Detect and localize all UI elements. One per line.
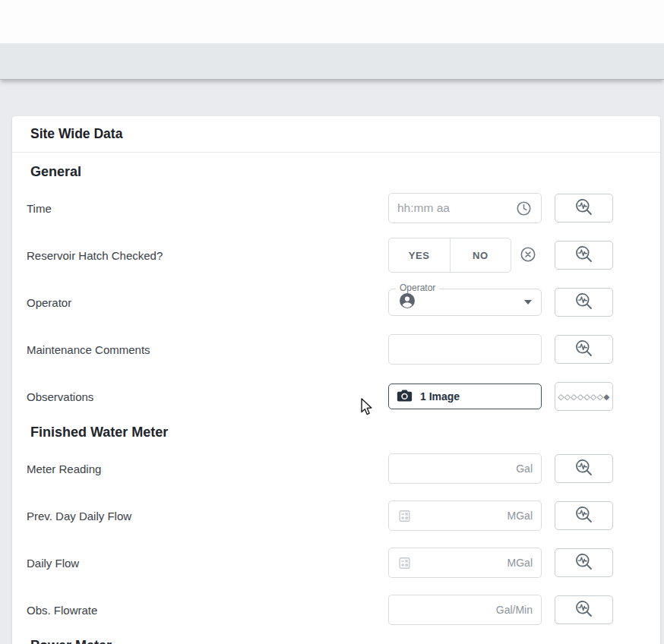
- field-label-daily-flow: Daily Flow: [27, 557, 388, 570]
- card-header: Site Wide Data: [12, 116, 660, 153]
- obs-flowrate-input[interactable]: Gal/Min: [388, 595, 542, 625]
- unit-label: MGal: [507, 557, 533, 569]
- section-title-general: General: [30, 163, 642, 181]
- operator-floating-label: Operator: [396, 283, 439, 293]
- mouse-cursor: [360, 398, 374, 419]
- field-label-maintenance-comments: Maintenance Comments: [27, 343, 388, 356]
- daily-flow-input[interactable]: MGal: [388, 548, 542, 578]
- trend-history-button[interactable]: [555, 241, 613, 270]
- prev-day-daily-flow-input[interactable]: MGal: [388, 500, 542, 531]
- form-row-maintenance-comments: Maintenance Comments: [12, 326, 660, 373]
- trend-search-icon: [574, 598, 594, 621]
- form-row-daily-flow: Daily Flow MGal: [12, 539, 660, 586]
- form-row-meter-reading: Meter Reading Gal: [12, 445, 660, 492]
- no-button[interactable]: NO: [450, 238, 511, 272]
- field-label-time: Time: [27, 202, 388, 215]
- form-row-operator: Operator Operator: [12, 279, 660, 326]
- field-label-operator: Operator: [27, 296, 388, 309]
- trend-search-icon: [574, 338, 594, 361]
- form-row-prev-day-daily-flow: Prev. Day Daily Flow MGal: [12, 492, 660, 539]
- toolbar-band: [0, 43, 664, 80]
- field-label-prev-day-daily-flow: Prev. Day Daily Flow: [27, 510, 388, 522]
- trend-history-button[interactable]: [555, 288, 613, 317]
- page-title: Site Wide Data: [30, 126, 122, 142]
- trend-history-button[interactable]: [555, 501, 613, 530]
- chevron-down-icon: [524, 300, 532, 305]
- trend-search-icon: [574, 504, 594, 527]
- trend-history-button[interactable]: [555, 335, 613, 364]
- observations-image-button[interactable]: 1 Image: [388, 384, 542, 409]
- trend-history-button[interactable]: [555, 194, 613, 223]
- unit-label: Gal: [516, 462, 533, 475]
- trend-history-button[interactable]: [555, 548, 613, 577]
- field-label-meter-reading: Meter Reading: [27, 462, 388, 475]
- field-label-reservoir-hatch: Reservoir Hatch Checked?: [27, 249, 388, 262]
- diamond-progress-glyphs: ◇◇◇◇◇◇◇◆: [558, 392, 610, 401]
- trend-search-icon: [574, 457, 594, 480]
- observations-status-button[interactable]: ◇◇◇◇◇◇◇◆: [555, 382, 613, 411]
- form-row-reservoir-hatch: Reservoir Hatch Checked? YES NO: [12, 232, 660, 279]
- unit-label: MGal: [507, 510, 533, 522]
- field-label-observations: Observations: [27, 390, 388, 403]
- operator-select[interactable]: Operator: [388, 289, 542, 316]
- section-title-finished-water-meter: Finished Water Meter: [30, 423, 642, 441]
- site-wide-data-card: Site Wide Data General Time hh:mm aa: [12, 116, 660, 644]
- trend-history-button[interactable]: [555, 595, 613, 624]
- yes-button[interactable]: YES: [389, 238, 450, 272]
- image-count-label: 1 Image: [420, 390, 460, 402]
- clear-selection-button[interactable]: [519, 245, 537, 266]
- maintenance-comments-input[interactable]: [388, 334, 542, 365]
- calculator-icon: [397, 556, 412, 570]
- yes-no-segmented-control: YES NO: [388, 238, 511, 273]
- trend-search-icon: [574, 244, 594, 267]
- form-row-time: Time hh:mm aa: [12, 185, 660, 232]
- meter-reading-input[interactable]: Gal: [388, 453, 542, 484]
- field-label-obs-flowrate: Obs. Flowrate: [27, 604, 388, 617]
- trend-search-icon: [574, 291, 594, 314]
- x-circle-icon: [519, 245, 537, 266]
- account-circle-icon: [398, 292, 416, 313]
- trend-search-icon: [574, 551, 594, 574]
- calculator-icon: [397, 509, 412, 523]
- time-input[interactable]: hh:mm aa: [388, 193, 542, 223]
- time-placeholder: hh:mm aa: [397, 201, 450, 215]
- top-white-band: [0, 0, 664, 43]
- trend-search-icon: [574, 197, 594, 219]
- camera-icon: [397, 389, 413, 405]
- unit-label: Gal/Min: [496, 604, 533, 616]
- section-title-power-meter: Power Meter: [30, 636, 642, 644]
- form-row-observations: Observations 1 Image ◇◇◇◇◇◇◇◆: [12, 373, 660, 420]
- clock-icon[interactable]: [515, 200, 533, 217]
- trend-history-button[interactable]: [555, 454, 613, 483]
- form-row-obs-flowrate: Obs. Flowrate Gal/Min: [12, 586, 660, 633]
